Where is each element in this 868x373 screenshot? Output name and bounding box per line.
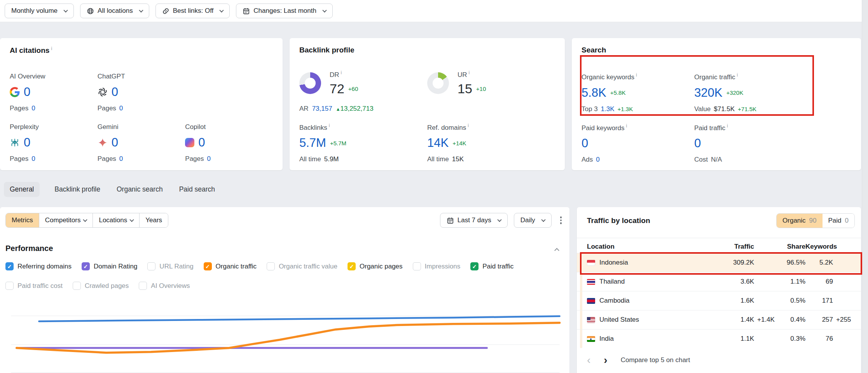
tab-backlink-profile[interactable]: Backlink profile — [53, 182, 102, 197]
info-icon[interactable] — [636, 72, 637, 78]
info-icon[interactable] — [329, 123, 330, 128]
checkbox-impressions[interactable]: Impressions — [413, 262, 461, 270]
paid-keywords-metric: Paid keywords 0 Ads 0 — [582, 123, 694, 164]
organic-keywords-metric: Organic keywords 5.8K +5.8K Top 3 1.3K +… — [582, 72, 694, 113]
table-row-cambodia[interactable]: Cambodia 1.6K 0.5% 171 — [577, 291, 861, 310]
traffic-value: 3.6K — [741, 278, 754, 285]
backlinks-value-link[interactable]: 5.7M — [299, 136, 326, 150]
info-icon[interactable] — [341, 70, 342, 75]
checkbox-organic-traffic[interactable]: ✓Organic traffic — [204, 262, 257, 270]
page-scrollbar[interactable] — [862, 0, 868, 373]
keywords-link[interactable]: 69 — [826, 278, 833, 285]
table-row-thailand[interactable]: Thailand 3.6K 1.1% 69 — [577, 272, 861, 291]
info-icon[interactable] — [727, 123, 728, 129]
checkbox-icon — [413, 262, 421, 270]
perplexity-pages-link[interactable]: 0 — [31, 155, 35, 163]
toggle-paid[interactable]: Paid0 — [823, 214, 855, 228]
ai-overview-pages-link[interactable]: 0 — [31, 105, 35, 112]
traffic-value-delta: +71.5K — [738, 106, 756, 112]
gemini-metric: Gemini 0 Pages0 — [98, 123, 185, 163]
column-share: Share — [754, 243, 805, 251]
table-row-united-states[interactable]: United States 1.4K+1.4K 0.4% 257+255 — [577, 310, 861, 329]
best-links-dropdown[interactable]: Best links: Off — [155, 3, 230, 18]
perplexity-value[interactable]: 0 — [24, 136, 30, 150]
location-table: Indonesia 309.2K 96.5% 5.2K Thailand 3.6… — [577, 253, 861, 348]
segment-metrics[interactable]: Metrics — [6, 213, 39, 227]
previous-page-arrow[interactable]: ‹ — [587, 355, 590, 366]
performance-line-chart[interactable] — [5, 299, 565, 373]
paid-keywords-value-link[interactable]: 0 — [582, 136, 588, 150]
ar-value-link[interactable]: 73,157 — [312, 105, 332, 113]
copilot-pages-link[interactable]: 0 — [207, 155, 211, 163]
more-options-kebab-icon[interactable] — [558, 214, 564, 227]
checkbox-referring-domains[interactable]: ✓Referring domains — [5, 262, 72, 270]
chatgpt-value[interactable]: 0 — [112, 85, 118, 99]
copilot-value[interactable]: 0 — [198, 136, 205, 150]
ar-delta: ▲13,252,713 — [336, 105, 374, 113]
gemini-value[interactable]: 0 — [112, 136, 118, 150]
ur-donut — [427, 72, 449, 94]
ai-overview-value[interactable]: 0 — [24, 85, 30, 99]
country-name: Thailand — [599, 278, 625, 286]
segment-years[interactable]: Years — [139, 213, 168, 227]
pages-label: Pages — [10, 155, 28, 163]
tab-organic-search[interactable]: Organic search — [115, 182, 164, 197]
segment-competitors[interactable]: Competitors — [39, 213, 93, 227]
checkbox-ai-overviews[interactable]: AI Overviews — [139, 282, 190, 290]
ref-domains-value-link[interactable]: 14K — [427, 136, 449, 150]
chevron-down-icon — [541, 218, 545, 222]
pages-label: Pages — [98, 105, 116, 112]
country-name: Cambodia — [599, 297, 630, 305]
granularity-dropdown[interactable]: Daily — [514, 213, 552, 228]
organic-keywords-value-link[interactable]: 5.8K — [582, 86, 606, 100]
chatgpt-pages-link[interactable]: 0 — [119, 105, 123, 112]
all-locations-dropdown[interactable]: All locations — [80, 3, 149, 18]
dr-label: DR — [330, 70, 358, 79]
country-name: India — [599, 335, 614, 343]
table-row-indonesia[interactable]: Indonesia 309.2K 96.5% 5.2K — [577, 253, 861, 272]
organic-traffic-value-link[interactable]: 320K — [694, 86, 722, 100]
paid-traffic-value-link[interactable]: 0 — [694, 136, 701, 150]
checkbox-paid-traffic-cost[interactable]: Paid traffic cost — [5, 282, 63, 290]
checkbox-paid-traffic[interactable]: ✓Paid traffic — [470, 262, 513, 270]
alltime-label: All time — [427, 155, 449, 163]
perplexity-icon — [10, 138, 20, 148]
value-label: Value — [694, 105, 711, 113]
checkbox-crawled-pages[interactable]: Crawled pages — [73, 282, 129, 290]
chevron-down-icon — [130, 218, 134, 222]
copilot-label: Copilot — [185, 123, 273, 131]
tab-paid-search[interactable]: Paid search — [178, 182, 217, 197]
info-icon[interactable] — [626, 123, 627, 129]
calendar-icon — [447, 217, 454, 224]
collapse-section-button[interactable] — [555, 247, 559, 254]
segment-locations[interactable]: Locations — [93, 213, 139, 227]
info-icon[interactable] — [737, 72, 738, 78]
chatgpt-metric: ChatGPT 0 Pages0 — [98, 73, 185, 112]
checkbox-url-rating[interactable]: URL Rating — [147, 262, 193, 270]
keywords-link[interactable]: 257 — [822, 316, 833, 323]
gemini-pages-link[interactable]: 0 — [119, 155, 123, 163]
monthly-volume-dropdown[interactable]: Monthly volume — [5, 3, 74, 18]
next-page-arrow[interactable]: › — [604, 355, 607, 366]
date-range-dropdown[interactable]: Last 7 days — [440, 213, 508, 228]
compare-top5-button[interactable]: Compare top 5 on chart — [621, 356, 690, 364]
table-row-india[interactable]: India 1.1K 0.3% 76 — [577, 329, 861, 348]
tab-general[interactable]: General — [4, 182, 40, 197]
ads-value-link[interactable]: 0 — [596, 156, 599, 164]
toggle-organic[interactable]: Organic90 — [777, 214, 822, 228]
checkbox-organic-pages[interactable]: ✓Organic pages — [348, 262, 403, 270]
ref-domains-alltime-value: 15K — [452, 155, 464, 163]
top3-value-link[interactable]: 1.3K — [601, 105, 615, 113]
checkbox-domain-rating[interactable]: ✓Domain Rating — [82, 262, 137, 270]
chevron-down-icon — [63, 8, 68, 12]
keywords-link[interactable]: 5.2K — [819, 259, 833, 266]
keywords-link[interactable]: 76 — [826, 335, 833, 342]
keywords-link[interactable]: 171 — [822, 297, 833, 304]
checkbox-organic-traffic-value[interactable]: Organic traffic value — [267, 262, 337, 270]
organic-keywords-label: Organic keywords — [582, 72, 694, 81]
info-icon[interactable] — [51, 46, 52, 51]
changes-dropdown[interactable]: Changes: Last month — [236, 3, 333, 18]
info-icon[interactable] — [469, 70, 470, 75]
metric-checkbox-row-1: ✓Referring domains ✓Domain Rating URL Ra… — [5, 262, 513, 270]
info-icon[interactable] — [468, 123, 469, 128]
